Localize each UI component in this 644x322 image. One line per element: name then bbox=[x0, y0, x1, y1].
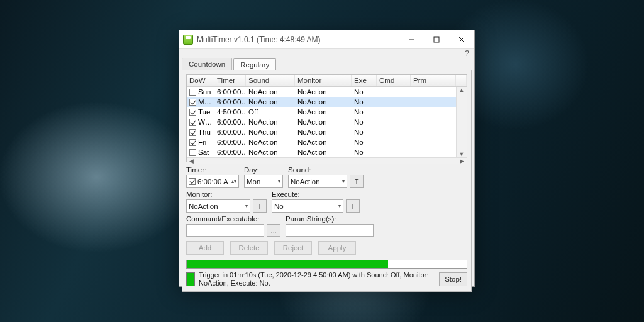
reject-button[interactable]: Reject bbox=[274, 241, 312, 255]
command-label: Command/Executable: bbox=[186, 215, 280, 223]
tab-regulary[interactable]: Regulary bbox=[233, 58, 276, 70]
spinner-icon[interactable]: ▴▾ bbox=[231, 179, 236, 184]
maximize-button[interactable] bbox=[424, 30, 449, 49]
timer-label: Timer: bbox=[186, 166, 239, 174]
monitor-label: Monitor: bbox=[186, 191, 267, 198]
row-checkbox[interactable] bbox=[189, 139, 196, 146]
tab-countdown[interactable]: Countdown bbox=[182, 58, 232, 70]
app-icon bbox=[183, 35, 193, 45]
row-checkbox[interactable] bbox=[189, 109, 196, 116]
table-row[interactable]: Sat6:00:00…NoActionNoActionNo bbox=[187, 147, 456, 157]
progress-fill bbox=[187, 260, 388, 268]
col-exe[interactable]: Exe bbox=[352, 75, 377, 86]
apply-button[interactable]: Apply bbox=[318, 241, 356, 255]
table-row[interactable]: W…6:00:00…NoActionNoActionNo bbox=[187, 117, 456, 127]
close-button[interactable] bbox=[449, 30, 474, 49]
stop-button[interactable]: Stop! bbox=[439, 272, 467, 286]
param-input[interactable] bbox=[286, 224, 374, 237]
horizontal-scrollbar[interactable]: ◀ ▶ bbox=[187, 157, 467, 164]
execute-test-button[interactable]: T bbox=[346, 199, 360, 213]
scroll-left-icon[interactable]: ◀ bbox=[189, 158, 194, 164]
row-checkbox[interactable] bbox=[189, 89, 196, 96]
list-rows[interactable]: Sun6:00:00…NoActionNoActionNoM…6:00:00…N… bbox=[187, 87, 456, 157]
col-cmd[interactable]: Cmd bbox=[377, 75, 411, 86]
day-select[interactable]: Mon▾ bbox=[244, 175, 283, 188]
monitor-test-button[interactable]: T bbox=[253, 199, 267, 213]
table-row[interactable]: Thu6:00:00…NoActionNoActionNo bbox=[187, 127, 456, 137]
scroll-up-icon[interactable]: ▲ bbox=[459, 87, 465, 93]
svg-rect-1 bbox=[434, 37, 439, 42]
delete-button[interactable]: Delete bbox=[230, 241, 268, 255]
status-indicator bbox=[186, 272, 195, 286]
sound-select[interactable]: NoAction▾ bbox=[288, 175, 347, 188]
edit-form: Timer: 6:00:00 A ▴▾ Day: Mon▾ Sound: bbox=[186, 166, 467, 287]
table-row[interactable]: M…6:00:00…NoActionNoActionNo bbox=[187, 97, 456, 107]
col-prm[interactable]: Prm bbox=[411, 75, 456, 86]
scroll-right-icon[interactable]: ▶ bbox=[460, 158, 464, 164]
command-input[interactable] bbox=[186, 224, 264, 237]
chevron-down-icon: ▾ bbox=[342, 179, 345, 184]
col-timer[interactable]: Timer bbox=[214, 75, 246, 86]
tabs: Countdown Regulary bbox=[179, 58, 474, 70]
tab-panel-regulary: DoW Timer Sound Monitor Exe Cmd Prm Sun6… bbox=[182, 70, 472, 292]
row-checkbox[interactable] bbox=[189, 149, 196, 156]
timer-checkbox[interactable] bbox=[189, 178, 196, 185]
app-window: MultiTimer v1.0.1 (Time: 4:48:49 AM) ? C… bbox=[179, 30, 475, 287]
chevron-down-icon: ▾ bbox=[338, 203, 341, 209]
chevron-down-icon: ▾ bbox=[245, 203, 248, 209]
timer-input[interactable]: 6:00:00 A ▴▾ bbox=[186, 175, 239, 188]
monitor-select[interactable]: NoAction▾ bbox=[186, 199, 250, 213]
col-sound[interactable]: Sound bbox=[246, 75, 295, 86]
execute-select[interactable]: No▾ bbox=[272, 199, 343, 213]
row-checkbox[interactable] bbox=[189, 99, 196, 106]
row-checkbox[interactable] bbox=[189, 129, 196, 136]
col-dow[interactable]: DoW bbox=[187, 75, 214, 86]
param-label: ParamString(s): bbox=[286, 215, 374, 223]
progress-bar bbox=[186, 260, 467, 269]
minimize-button[interactable] bbox=[399, 30, 424, 49]
day-label: Day: bbox=[244, 166, 283, 174]
scroll-down-icon[interactable]: ▼ bbox=[459, 151, 465, 157]
titlebar[interactable]: MultiTimer v1.0.1 (Time: 4:48:49 AM) bbox=[179, 30, 474, 49]
sound-label: Sound: bbox=[288, 166, 364, 174]
row-checkbox[interactable] bbox=[189, 119, 196, 126]
chevron-down-icon: ▾ bbox=[278, 179, 280, 184]
window-title: MultiTimer v1.0.1 (Time: 4:48:49 AM) bbox=[197, 35, 321, 44]
execute-label: Execute: bbox=[272, 191, 360, 198]
sound-test-button[interactable]: T bbox=[350, 175, 364, 188]
col-monitor[interactable]: Monitor bbox=[295, 75, 352, 86]
help-button[interactable]: ? bbox=[179, 49, 474, 58]
list-header[interactable]: DoW Timer Sound Monitor Exe Cmd Prm bbox=[187, 75, 467, 87]
table-row[interactable]: Tue4:50:00…OffNoActionNo bbox=[187, 107, 456, 117]
status-text: Trigger in 01m:10s (Tue, 2020-12-29 4:50… bbox=[199, 271, 435, 287]
add-button[interactable]: Add bbox=[186, 241, 224, 255]
table-row[interactable]: Sun6:00:00…NoActionNoActionNo bbox=[187, 87, 456, 97]
schedule-list: DoW Timer Sound Monitor Exe Cmd Prm Sun6… bbox=[186, 74, 467, 162]
table-row[interactable]: Fri6:00:00…NoActionNoActionNo bbox=[187, 137, 456, 147]
browse-button[interactable]: … bbox=[267, 224, 280, 237]
vertical-scrollbar[interactable]: ▲ ▼ bbox=[456, 87, 467, 157]
